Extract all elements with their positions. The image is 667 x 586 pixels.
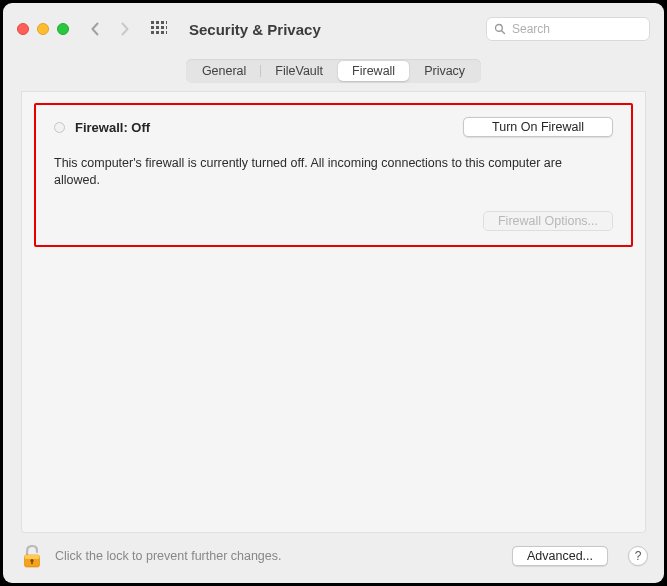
firewall-status-label: Firewall: Off [75, 120, 150, 135]
svg-line-13 [502, 31, 505, 34]
firewall-status-panel: Firewall: Off Turn On Firewall This comp… [34, 103, 633, 247]
show-all-prefs-icon[interactable] [151, 21, 167, 37]
toolbar: Security & Privacy [3, 3, 664, 53]
svg-rect-2 [161, 21, 164, 24]
tab-firewall[interactable]: Firewall [338, 61, 409, 81]
close-window-button[interactable] [17, 23, 29, 35]
svg-rect-6 [161, 26, 164, 29]
window-controls [17, 23, 69, 35]
tab-general[interactable]: General [188, 61, 260, 81]
tab-privacy[interactable]: Privacy [410, 61, 479, 81]
firewall-options-button: Firewall Options... [483, 211, 613, 231]
svg-rect-3 [166, 21, 167, 24]
firewall-description: This computer's firewall is currently tu… [54, 155, 584, 189]
search-input[interactable] [512, 22, 642, 36]
turn-on-firewall-button[interactable]: Turn On Firewall [463, 117, 613, 137]
help-button[interactable]: ? [628, 546, 648, 566]
svg-rect-5 [156, 26, 159, 29]
preferences-window: Security & Privacy General FileVault Fir… [3, 3, 664, 583]
firewall-status-indicator-icon [54, 122, 65, 133]
fullscreen-window-button[interactable] [57, 23, 69, 35]
advanced-button[interactable]: Advanced... [512, 546, 608, 566]
svg-rect-1 [156, 21, 159, 24]
search-icon [494, 23, 506, 35]
content-pane: Firewall: Off Turn On Firewall This comp… [21, 91, 646, 533]
tab-filevault[interactable]: FileVault [261, 61, 337, 81]
minimize-window-button[interactable] [37, 23, 49, 35]
back-button[interactable] [89, 22, 101, 36]
page-title: Security & Privacy [189, 21, 321, 38]
svg-rect-4 [151, 26, 154, 29]
svg-rect-11 [166, 31, 167, 34]
lock-icon[interactable] [21, 543, 43, 569]
forward-button[interactable] [119, 22, 131, 36]
svg-rect-9 [156, 31, 159, 34]
svg-rect-7 [166, 26, 167, 29]
lock-hint-text: Click the lock to prevent further change… [55, 549, 500, 563]
search-field[interactable] [486, 17, 650, 41]
tab-bar: General FileVault Firewall Privacy [186, 59, 481, 83]
svg-rect-17 [31, 561, 33, 564]
svg-rect-10 [161, 31, 164, 34]
svg-rect-0 [151, 21, 154, 24]
svg-rect-8 [151, 31, 154, 34]
footer: Click the lock to prevent further change… [3, 533, 664, 583]
svg-rect-15 [25, 555, 40, 559]
